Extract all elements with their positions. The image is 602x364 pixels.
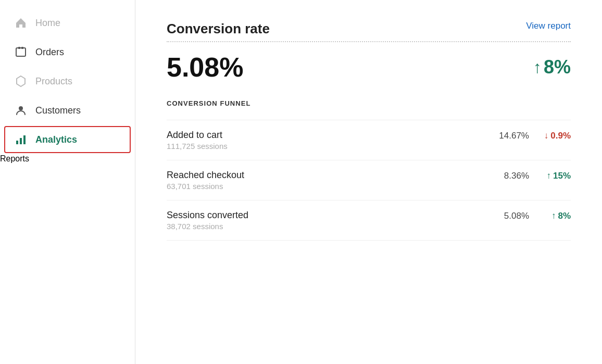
funnel-sub-text-1: 111,725 sessions (167, 142, 487, 150)
funnel-sub-text-3: 38,702 sessions (167, 222, 487, 231)
funnel-change-value-1: 0.9% (550, 131, 571, 141)
funnel-change-arrow-2: ↑ (546, 171, 551, 181)
sidebar-item-reports[interactable]: Reports (0, 154, 29, 163)
sidebar: Home Orders Products Customers (0, 0, 135, 364)
funnel-change-2: ↑ 15% (529, 170, 571, 181)
big-rate-value: 5.08% (167, 52, 243, 83)
funnel-change-value-3: 8% (558, 211, 571, 221)
view-report-link[interactable]: View report (526, 21, 571, 31)
sidebar-item-customers-label: Customers (35, 105, 81, 116)
funnel-sub-text-2: 63,701 sessions (167, 182, 487, 191)
orders-icon (14, 45, 28, 59)
funnel-title: CONVERSION FUNNEL (167, 99, 571, 107)
funnel-main-text-1: Added to cart (167, 130, 487, 141)
funnel-percent-3: 5.08% (487, 210, 529, 221)
products-icon (14, 74, 28, 89)
home-icon (14, 16, 28, 30)
funnel-percent-2: 8.36% (487, 170, 529, 181)
funnel-percent-1: 14.67% (487, 130, 529, 141)
analytics-icon (14, 132, 28, 147)
sidebar-item-customers[interactable]: Customers (0, 96, 135, 125)
funnel-label-sessions-converted: Sessions converted 38,702 sessions (167, 210, 487, 231)
sidebar-item-products-label: Products (35, 76, 72, 87)
sidebar-item-home-label: Home (35, 18, 60, 29)
big-change-arrow: ↑ (533, 58, 542, 77)
main-content: Conversion rate View report 5.08% ↑ 8% C… (135, 0, 602, 364)
sidebar-item-analytics-label: Analytics (35, 134, 77, 145)
funnel-change-value-2: 15% (553, 171, 571, 181)
funnel-label-added-to-cart: Added to cart 111,725 sessions (167, 130, 487, 150)
big-change-percent: 8% (544, 56, 571, 78)
sidebar-item-orders[interactable]: Orders (0, 37, 135, 67)
svg-rect-1 (18, 47, 20, 49)
funnel-row-reached-checkout: Reached checkout 63,701 sessions 8.36% ↑… (167, 160, 571, 200)
funnel-row-sessions-converted: Sessions converted 38,702 sessions 5.08%… (167, 200, 571, 241)
funnel-row-added-to-cart: Added to cart 111,725 sessions 14.67% ↓ … (167, 120, 571, 160)
funnel-change-arrow-3: ↑ (551, 211, 556, 221)
svg-rect-0 (16, 48, 26, 56)
svg-rect-4 (16, 141, 18, 144)
funnel-main-text-2: Reached checkout (167, 170, 487, 181)
funnel-change-arrow-1: ↓ (544, 131, 549, 141)
funnel-label-reached-checkout: Reached checkout 63,701 sessions (167, 170, 487, 191)
funnel-change-3: ↑ 8% (529, 210, 571, 221)
customers-icon (14, 103, 28, 118)
sidebar-item-analytics[interactable]: Analytics (4, 126, 131, 153)
conversion-rate-header: Conversion rate View report (167, 21, 571, 42)
svg-point-3 (19, 106, 23, 110)
funnel-main-text-3: Sessions converted (167, 210, 487, 221)
big-rate-row: 5.08% ↑ 8% (167, 52, 571, 83)
sidebar-item-home[interactable]: Home (0, 8, 135, 37)
svg-rect-2 (21, 47, 23, 49)
funnel-change-1: ↓ 0.9% (529, 130, 571, 141)
sidebar-item-orders-label: Orders (35, 47, 64, 58)
big-change-value: ↑ 8% (533, 56, 571, 78)
sidebar-item-products[interactable]: Products (0, 67, 135, 96)
svg-rect-5 (20, 138, 22, 144)
svg-rect-6 (23, 135, 26, 144)
section-title: Conversion rate (167, 21, 270, 37)
